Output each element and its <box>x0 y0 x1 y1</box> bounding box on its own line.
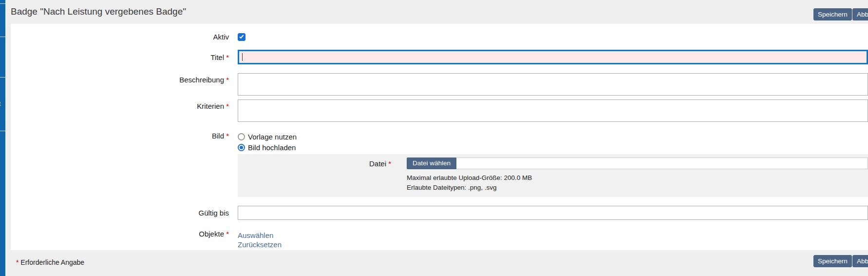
required-asterisk: * <box>226 53 229 61</box>
required-asterisk: * <box>16 258 19 266</box>
required-asterisk: * <box>226 230 229 238</box>
radio-option-hochladen[interactable]: Bild hochladen <box>238 142 868 152</box>
radio-option-vorlage[interactable]: Vorlage nutzen <box>238 132 868 141</box>
objekte-label: Objekte * <box>11 230 229 238</box>
form-row-aktiv: Aktiv <box>11 33 868 41</box>
page-title: Badge "Nach Leistung vergebenes Badge" <box>11 6 186 17</box>
radio-icon-selected[interactable] <box>238 144 245 151</box>
cancel-button[interactable]: Abbrechen <box>852 8 868 20</box>
auswaehlen-link[interactable]: Auswählen <box>238 231 868 240</box>
badge-form: Aktiv Titel * Beschreibung * Kriterien *… <box>11 24 868 250</box>
tab-label-fragment: t <box>0 100 0 107</box>
form-row-gueltig-bis: Gültig bis <box>11 206 868 220</box>
file-name-display[interactable] <box>456 158 868 169</box>
required-asterisk: * <box>388 159 391 168</box>
tab-separator <box>0 37 5 37</box>
zuruecksetzen-link[interactable]: Zurücksetzen <box>238 240 868 249</box>
required-asterisk: * <box>226 132 229 140</box>
form-row-titel: Titel * <box>11 50 868 64</box>
form-row-beschreibung: Beschreibung * <box>11 73 868 96</box>
required-asterisk: * <box>226 76 229 84</box>
radio-label-vorlage: Vorlage nutzen <box>248 133 297 141</box>
datei-waehlen-button[interactable]: Datei wählen <box>407 158 456 169</box>
tab-separator <box>0 77 5 78</box>
radio-label-hochladen: Bild hochladen <box>248 143 296 152</box>
beschreibung-label: Beschreibung * <box>11 73 229 84</box>
text-caret <box>242 53 243 61</box>
left-tab-strip[interactable]: t <box>0 0 5 276</box>
form-footer: * Erforderliche Angabe Speichern Abbrech… <box>5 250 868 276</box>
required-note: * Erforderliche Angabe <box>16 258 84 266</box>
form-row-objekte: Objekte * Auswählen Zurücksetzen <box>11 230 868 249</box>
form-row-kriterien: Kriterien * <box>11 99 868 122</box>
bild-label: Bild * <box>11 132 229 140</box>
upload-size-hint: Maximal erlaubte Upload-Größe: 200.0 MB <box>407 173 868 183</box>
gueltig-bis-input[interactable] <box>238 206 868 220</box>
save-button[interactable]: Speichern <box>813 8 852 20</box>
aktiv-checkbox[interactable] <box>238 33 245 41</box>
check-icon <box>240 34 244 38</box>
kriterien-label: Kriterien * <box>11 99 229 110</box>
titel-label: Titel * <box>11 53 229 61</box>
form-header: Badge "Nach Leistung vergebenes Badge" S… <box>5 0 868 24</box>
beschreibung-textarea[interactable] <box>238 73 868 96</box>
cancel-button-bottom[interactable]: Abbrechen <box>852 255 868 267</box>
form-row-datei: Datei * Datei wählen <box>238 158 868 169</box>
titel-input[interactable] <box>238 50 868 64</box>
tab-separator <box>0 3 5 4</box>
radio-icon-unselected[interactable] <box>238 133 245 140</box>
datei-subsection: Datei * Datei wählen Maximal erlaubte Up… <box>238 154 868 197</box>
save-button-bottom[interactable]: Speichern <box>813 255 852 267</box>
gueltig-bis-label: Gültig bis <box>11 209 229 217</box>
required-asterisk: * <box>226 102 229 110</box>
form-row-bild: Bild * Vorlage nutzen Bild hochladen Dat… <box>11 132 868 197</box>
tab-separator <box>0 131 5 131</box>
aktiv-label: Aktiv <box>11 33 229 41</box>
file-types-hint: Erlaubte Dateitypen: .png, .svg <box>407 183 868 193</box>
kriterien-textarea[interactable] <box>238 99 868 122</box>
datei-label: Datei * <box>238 159 391 168</box>
